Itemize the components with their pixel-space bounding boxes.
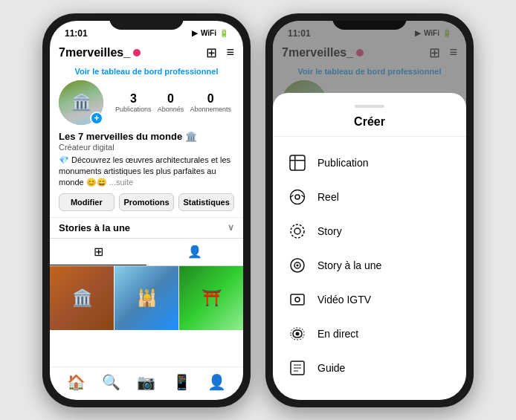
promotions-button[interactable]: Promotions [119,193,175,211]
create-modal: Créer Publication [273,93,466,400]
profile-name: Les 7 merveilles du monde 🏛️ [59,131,234,142]
bio-more-link[interactable]: ...suite [109,178,133,187]
svg-rect-12 [291,294,304,305]
profile-row: + 3 Publications 0 Abonnés 0 [59,80,234,125]
modal-item-story-une[interactable]: Story à la une [273,248,466,282]
stat-abonnements: 0 Abonnements [190,92,231,113]
stories-header[interactable]: Stories à la une ∨ [50,217,243,238]
grid-tab-posts[interactable]: ⊞ [50,239,146,265]
svg-point-4 [295,195,300,199]
status-icons: ▶ WiFi 🔋 [192,29,228,37]
svg-rect-1 [290,160,305,161]
nav-home-icon[interactable]: 🏠 [67,373,86,391]
modal-item-guide[interactable]: Guide [273,351,466,385]
nav-add-icon[interactable]: 📷 [137,373,155,391]
profile-category: Créateur digital [59,143,234,152]
profile-section: + 3 Publications 0 Abonnés 0 [50,80,243,217]
grid-tabs: ⊞ 👤 [50,238,243,266]
svg-point-11 [297,264,299,266]
live-icon [288,324,307,343]
modal-title: Créer [273,115,466,137]
modifier-button[interactable]: Modifier [59,193,115,211]
status-time: 11:01 [65,28,88,39]
left-phone: 11:01 ▶ WiFi 🔋 7merveilles_ ⊞ ≡ [42,13,251,407]
red-dot-icon [133,49,141,56]
guide-icon [288,358,307,378]
right-phone: 11:01 ▶ WiFi 🔋 7merveilles_ ⊞ ≡ [265,13,474,407]
modal-item-reel[interactable]: Reel [273,180,466,214]
avatar-plus-icon[interactable]: + [90,112,103,125]
photo-cell-3 [179,266,243,330]
modal-item-story[interactable]: Story [273,214,466,248]
nav-reels-icon[interactable]: 📱 [172,373,191,391]
modal-item-igtv[interactable]: Vidéo IGTV [273,282,466,317]
nav-profile-icon[interactable]: 👤 [207,373,226,391]
bottom-nav: 🏠 🔍 📷 📱 👤 [50,366,243,400]
svg-point-8 [294,228,300,234]
story-icon [288,222,307,241]
svg-rect-0 [290,155,305,170]
profile-bio: 💎 Découvrez les œuvres architecturales e… [59,155,234,189]
pro-link[interactable]: Voir le tableau de bord professionnel [50,65,243,80]
photo-cell-2 [115,266,178,330]
statistiques-button[interactable]: Statistiques [178,193,234,211]
svg-point-13 [295,297,300,302]
svg-rect-2 [294,155,296,170]
svg-line-6 [302,195,305,197]
nav-search-icon[interactable]: 🔍 [102,373,120,391]
username: 7merveilles_ [59,46,141,59]
svg-point-14 [296,332,300,335]
publication-icon [288,153,307,172]
menu-icon[interactable]: ≡ [226,45,234,60]
svg-point-3 [291,190,305,204]
add-icon[interactable]: ⊞ [206,45,217,61]
story-une-icon [288,256,307,275]
handle-bar [355,105,384,108]
header-actions: ⊞ ≡ [206,45,234,61]
modal-item-publication[interactable]: Publication [273,146,466,180]
avatar-container: + [59,80,103,125]
photo-grid [50,266,243,366]
stats-row: 3 Publications 0 Abonnés 0 Abonnements [112,92,234,113]
stat-publications: 3 Publications [115,92,152,113]
svg-line-5 [291,195,294,197]
ig-header: 7merveilles_ ⊞ ≡ [50,42,243,65]
modal-item-live[interactable]: En direct [273,317,466,351]
photo-cell-1 [50,266,114,330]
notch [109,13,184,30]
chevron-down-icon: ∨ [228,222,234,233]
stat-abonnes: 0 Abonnés [158,92,184,113]
svg-point-7 [291,224,304,238]
igtv-icon [288,290,307,309]
action-buttons: Modifier Promotions Statistiques [59,193,234,211]
reel-icon [288,187,307,207]
grid-tab-tagged[interactable]: 👤 [146,239,243,265]
